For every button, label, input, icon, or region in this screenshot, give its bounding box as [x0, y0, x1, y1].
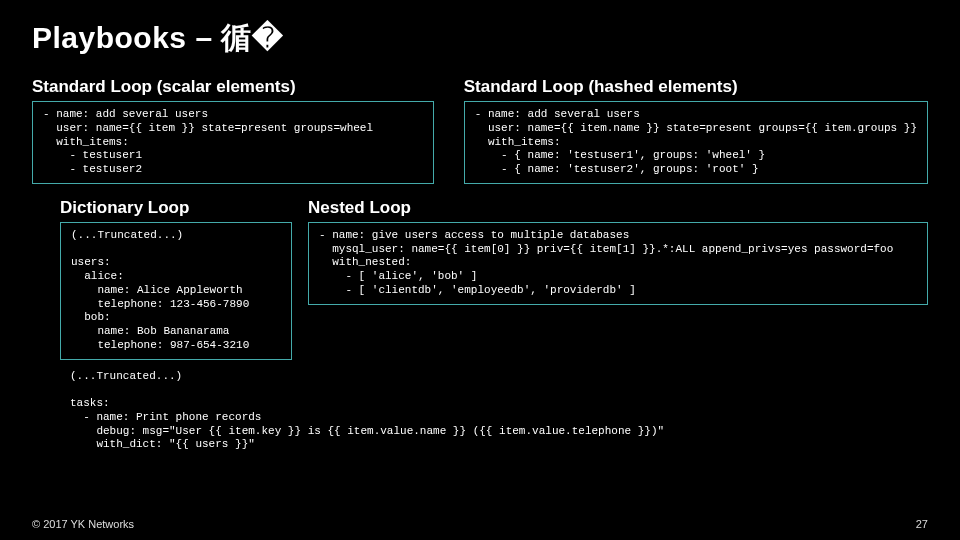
copyright-text: © 2017 YK Networks: [32, 518, 134, 530]
tail-block: (...Truncated...) tasks: - name: Print p…: [32, 370, 928, 453]
nested-codebox: - name: give users access to multiple da…: [308, 222, 928, 305]
scalar-column: Standard Loop (scalar elements) - name: …: [32, 77, 434, 184]
tail-code: (...Truncated...) tasks: - name: Print p…: [70, 370, 928, 453]
footer: © 2017 YK Networks 27: [32, 518, 928, 530]
nested-code: - name: give users access to multiple da…: [319, 229, 917, 298]
slide-title: Playbooks – 循�: [32, 18, 928, 59]
nested-column: Nested Loop - name: give users access to…: [308, 198, 928, 305]
hashed-column: Standard Loop (hashed elements) - name: …: [464, 77, 928, 184]
nested-heading: Nested Loop: [308, 198, 928, 218]
dict-code: (...Truncated...) users: alice: name: Al…: [71, 229, 281, 353]
slide: Playbooks – 循� Standard Loop (scalar ele…: [0, 0, 960, 540]
row-top: Standard Loop (scalar elements) - name: …: [32, 77, 928, 184]
row-mid: Dictionary Loop (...Truncated...) users:…: [32, 198, 928, 360]
hashed-code: - name: add several users user: name={{ …: [475, 108, 917, 177]
dict-codebox: (...Truncated...) users: alice: name: Al…: [60, 222, 292, 360]
dict-column: Dictionary Loop (...Truncated...) users:…: [32, 198, 292, 360]
scalar-heading: Standard Loop (scalar elements): [32, 77, 434, 97]
scalar-codebox: - name: add several users user: name={{ …: [32, 101, 434, 184]
hashed-heading: Standard Loop (hashed elements): [464, 77, 928, 97]
scalar-code: - name: add several users user: name={{ …: [43, 108, 423, 177]
page-number: 27: [916, 518, 928, 530]
hashed-codebox: - name: add several users user: name={{ …: [464, 101, 928, 184]
dict-heading: Dictionary Loop: [60, 198, 292, 218]
